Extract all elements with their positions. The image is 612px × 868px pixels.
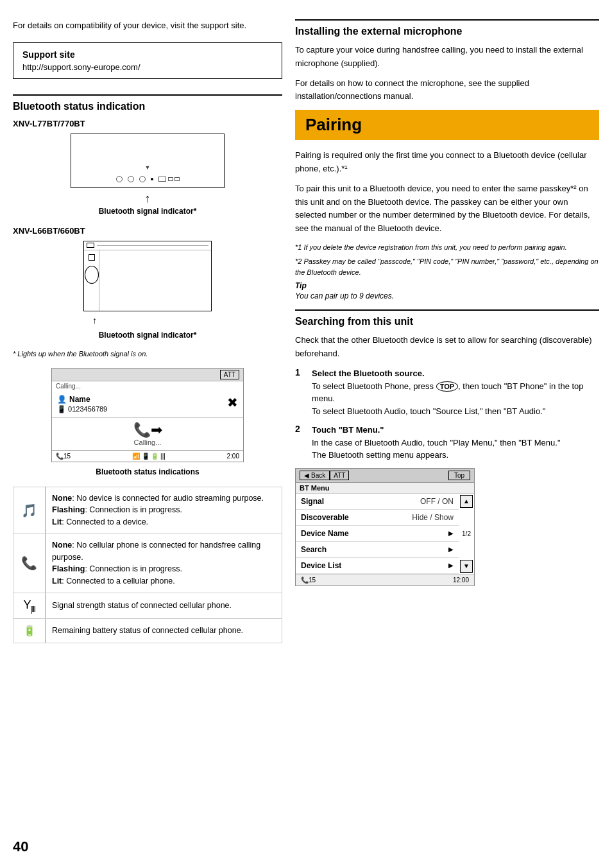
right-column: Installing the external microphone To ca…: [295, 19, 599, 855]
bt-arrow-section: 📞➡ Calling...: [52, 417, 243, 450]
bt-calling-label: Calling...: [52, 438, 243, 446]
bt-menu-row-device-name[interactable]: Device Name ▶: [296, 526, 459, 542]
bt-menu-screen: ◀ Back ATT Top BT Menu Signal OFF / ON D…: [295, 468, 475, 586]
signal-row-label: Signal: [301, 497, 324, 506]
calling-text-1: Calling...: [52, 381, 243, 391]
signal-status-text: Signal strength status of connected cell…: [46, 593, 282, 619]
signal-row-value: OFF / ON: [420, 497, 454, 506]
bt-menu-top-btn[interactable]: Top: [448, 471, 470, 480]
intro-text: For details on compatibility of your dev…: [13, 19, 282, 32]
person-icon: 👤: [57, 395, 67, 404]
l77-screen: ▼: [71, 134, 225, 188]
bt-screen-footer: 📞15 📶 📱 🔋 ||| 2:00: [52, 450, 243, 462]
bt-menu-label: BT Menu: [296, 483, 474, 494]
audio-icon-cell: 🎵: [13, 487, 46, 534]
discoverable-row-label: Discoverable: [301, 513, 349, 522]
l66-top-line: [97, 245, 208, 246]
bt-menu-controls: ▲ 1/2 ▼: [459, 494, 474, 574]
bt-screen-topbar: ATT: [52, 369, 243, 381]
bt-menu-footer-time: 12:00: [453, 577, 469, 584]
pairing-para2: To pair this unit to a Bluetooth device,…: [295, 182, 599, 236]
support-url: http://support.sony-europe.com/: [22, 62, 273, 72]
table-row: 📞 None: No cellular phone is connected f…: [13, 534, 282, 593]
footnote-1: *1 If you delete the device registration…: [295, 242, 599, 253]
bt-menu-main: Signal OFF / ON Discoverable Hide / Show…: [296, 494, 474, 574]
ext-mic-para2: For details on how to connect the microp…: [295, 77, 599, 104]
table-row: 🔋 Remaining battery status of connected …: [13, 619, 282, 643]
bt-calling-arrow-icon: 📞➡: [52, 422, 243, 438]
bt-menu-topbar: ◀ Back ATT Top: [296, 469, 474, 483]
model1-label: XNV-L77BT/770BT: [13, 119, 282, 128]
bt-menu-row-search[interactable]: Search ▶: [296, 542, 459, 558]
l66-round: [85, 266, 99, 284]
search-arrow-icon: ▶: [448, 546, 454, 553]
top-button[interactable]: TOP: [436, 381, 458, 392]
bt-cross-icon[interactable]: ✖: [227, 395, 238, 410]
l66-screen: [83, 241, 212, 311]
bt-back-btn[interactable]: ◀ Back: [300, 471, 330, 480]
bt-phone-number: 0123456789: [68, 405, 107, 413]
bt-menu-rows: Signal OFF / ON Discoverable Hide / Show…: [296, 494, 459, 574]
bt-menu-row-discoverable[interactable]: Discoverable Hide / Show: [296, 510, 459, 526]
bt-menu-row-signal[interactable]: Signal OFF / ON: [296, 494, 459, 510]
l66-small-rect: [89, 254, 95, 261]
support-box: Support site http://support.sony-europe.…: [13, 42, 282, 79]
bt-menu-row-device-list[interactable]: Device List ▶: [296, 558, 459, 574]
bt-name-row: 👤 Name: [57, 395, 107, 404]
table-row: Y|lll Signal strength status of connecte…: [13, 593, 282, 619]
status-table: 🎵 None: No device is connected for audio…: [13, 487, 282, 644]
l66-indicator-label: Bluetooth signal indicator*: [13, 331, 282, 340]
footer-left: 📞15: [56, 453, 71, 460]
phone-icon: 📱: [57, 405, 66, 413]
searching-intro: Check that the other Bluetooth device is…: [295, 334, 599, 361]
phone-icon-cell: 📞: [13, 534, 46, 593]
bt-name: Name: [69, 395, 90, 404]
back-label: Back: [311, 472, 325, 479]
back-arrow-icon: ◀: [304, 472, 309, 479]
device-list-arrow-icon: ▶: [448, 562, 454, 569]
step-2-text: In the case of Bluetooth Audio, touch "P…: [312, 438, 561, 460]
table-row: 🎵 None: No device is connected for audio…: [13, 487, 282, 534]
l77-indicator-label: Bluetooth signal indicator*: [13, 207, 282, 216]
footer-icons: 📶 📱 🔋 |||: [132, 453, 166, 460]
battery-status-text: Remaining battery status of connected ce…: [46, 619, 282, 643]
screen-circle-3: [139, 176, 146, 182]
bt-status-screen-label: Bluetooth status indications: [13, 467, 282, 476]
bt-menu-footer: 📞15 12:00: [296, 574, 474, 586]
device-list-row-label: Device List: [301, 561, 341, 570]
tip-label: Tip: [295, 281, 599, 290]
screen-circle-2: [128, 176, 134, 182]
bt-number: 📱 0123456789: [57, 405, 107, 413]
step-1: 1 Select the Bluetooth source. To select…: [295, 367, 599, 417]
signal-icon-cell: Y|lll: [13, 593, 46, 619]
l66-top-rect: [87, 243, 94, 248]
model2-label: XNV-L66BT/660BT: [13, 226, 282, 236]
asterisk-note: * Lights up when the Bluetooth signal is…: [13, 350, 282, 358]
att-btn[interactable]: ATT: [220, 370, 239, 379]
bt-screen-body: 👤 Name 📱 0123456789 ✖: [52, 391, 243, 417]
l77-arrow: ↑: [13, 192, 282, 205]
tip-text: You can pair up to 9 devices.: [295, 291, 599, 300]
audio-streaming-icon: 🎵: [21, 503, 37, 517]
searching-title: Searching from this unit: [295, 316, 599, 327]
page-number: 40: [13, 838, 28, 855]
bt-menu-footer-left: 📞15: [301, 577, 316, 584]
screen-dot: [151, 178, 153, 180]
battery-level-icon: 🔋: [23, 625, 36, 636]
bt-menu-att-btn[interactable]: ATT: [330, 471, 349, 480]
step-1-content: Select the Bluetooth source. To select B…: [312, 367, 599, 417]
device-name-arrow-icon: ▶: [448, 530, 454, 537]
discoverable-row-value: Hide / Show: [412, 513, 454, 522]
left-column: For details on compatibility of your dev…: [13, 19, 282, 855]
device-name-row-label: Device Name: [301, 529, 349, 538]
step-2-num: 2: [295, 424, 307, 462]
scroll-up-btn[interactable]: ▲: [460, 495, 473, 508]
scroll-down-btn[interactable]: ▼: [460, 560, 473, 573]
search-row-label: Search: [301, 545, 327, 554]
step-2-content: Touch "BT Menu." In the case of Bluetoot…: [312, 424, 561, 462]
bt-status-title: Bluetooth status indication: [13, 101, 282, 112]
support-title: Support site: [22, 49, 273, 60]
phone-status-text: None: No cellular phone is connected for…: [46, 534, 282, 593]
ext-mic-para1: To capture your voice during handsfree c…: [295, 44, 599, 71]
bt-status-screen: ATT Calling... 👤 Name 📱 0123456789 ✖ �: [51, 368, 244, 462]
